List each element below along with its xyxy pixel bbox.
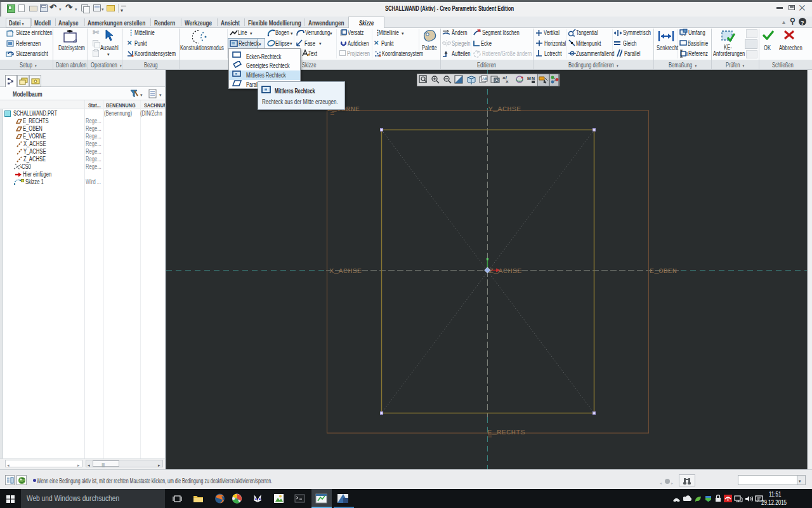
svg-text:Y_ACHSE: Y_ACHSE xyxy=(488,105,521,113)
svg-text:M: M xyxy=(527,76,531,81)
svg-text:AB: AB xyxy=(482,77,487,81)
svg-text:E_RECHTS: E_RECHTS xyxy=(487,428,525,436)
svg-text:E_OBEN: E_OBEN xyxy=(650,267,677,275)
svg-text:N: N xyxy=(532,76,535,81)
svg-text:X_ACHSE: X_ACHSE xyxy=(329,267,362,275)
svg-text:×: × xyxy=(506,79,509,84)
svg-text:Z_ACHSE: Z_ACHSE xyxy=(489,267,522,275)
